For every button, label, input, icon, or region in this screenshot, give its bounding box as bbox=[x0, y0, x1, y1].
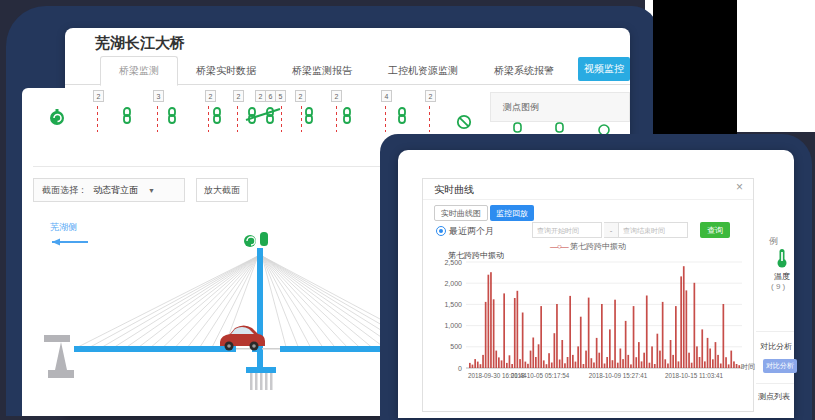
main-tabs: 桥梁监测桥梁实时数据桥梁监测报告工控机资源监测桥梁系统报警 bbox=[100, 57, 572, 85]
legend-panel-title: 测点图例 bbox=[491, 93, 629, 114]
section-select-value: 动态背立面 bbox=[93, 184, 138, 197]
query-start-time-input[interactable] bbox=[532, 222, 602, 238]
dialog-header-divider bbox=[423, 199, 753, 200]
svg-text:1,500: 1,500 bbox=[444, 301, 462, 308]
date-range-separator: - bbox=[604, 222, 618, 238]
svg-text:2018-10-05 05:17:54: 2018-10-05 05:17:54 bbox=[511, 372, 570, 379]
main-tab[interactable]: 桥梁系统报警 bbox=[476, 57, 572, 85]
tower-camera-icon[interactable] bbox=[244, 232, 268, 247]
sensor-count-badge: 5 bbox=[275, 90, 286, 102]
close-icon[interactable]: × bbox=[736, 180, 743, 194]
red-dash-line bbox=[157, 106, 158, 132]
chart-x-ticks: 2018-09-30 16:01:442018-10-05 05:17:5420… bbox=[468, 372, 723, 379]
chain-sensor-icon[interactable] bbox=[303, 107, 315, 129]
temperature-label: 温度 bbox=[774, 271, 790, 282]
red-dash-line bbox=[237, 106, 238, 132]
gauge-sensor-icon[interactable] bbox=[48, 108, 66, 130]
side-arrow-icon bbox=[52, 239, 88, 246]
svg-text:500: 500 bbox=[450, 343, 462, 350]
enlarge-section-button[interactable]: 放大截面 bbox=[196, 178, 248, 202]
red-dash-line bbox=[97, 106, 98, 132]
pier-piles bbox=[250, 373, 273, 390]
svg-text:0: 0 bbox=[458, 365, 462, 372]
query-button[interactable]: 查询 bbox=[700, 222, 730, 238]
black-backdrop bbox=[653, 0, 737, 140]
bridge-abutment bbox=[44, 335, 74, 378]
pier-cap bbox=[246, 367, 276, 373]
main-tab[interactable]: 桥梁监测报告 bbox=[274, 57, 370, 85]
vibration-chart[interactable]: 2,5002,0001,5001,00050002018-09-30 16:01… bbox=[432, 248, 750, 386]
clipped-legend-header: 例 bbox=[769, 235, 778, 248]
red-dash-line bbox=[385, 106, 386, 132]
chart-x-axis-label: 时间 bbox=[741, 362, 755, 372]
disabled-sensor-icon[interactable] bbox=[456, 114, 472, 134]
main-tab[interactable]: 工控机资源监测 bbox=[370, 57, 476, 85]
sensor-count-badge: 3 bbox=[153, 90, 164, 102]
sliver-divider bbox=[756, 331, 794, 332]
bridge-illustration bbox=[22, 210, 390, 416]
main-tab[interactable]: 桥梁监测 bbox=[100, 56, 178, 86]
svg-text:2018-10-15 11:03:41: 2018-10-15 11:03:41 bbox=[665, 372, 724, 379]
screenshot-stage: 芜湖长江大桥 桥梁监测桥梁实时数据桥梁监测报告工控机资源监测桥梁系统报警 视频监… bbox=[0, 0, 815, 420]
query-end-time-input[interactable] bbox=[618, 222, 688, 238]
bar-series bbox=[469, 266, 740, 368]
chain-sensor-icon[interactable] bbox=[341, 107, 353, 129]
sensor-count-badge: 2 bbox=[233, 90, 244, 102]
red-dash-line bbox=[208, 106, 209, 132]
sensor-count-badge: 2 bbox=[331, 90, 342, 102]
page-title: 芜湖长江大桥 bbox=[95, 34, 185, 53]
section-select-label: 截面选择： bbox=[34, 184, 87, 197]
section-select-dropdown[interactable]: 截面选择： 动态背立面 ▼ bbox=[33, 178, 185, 202]
sensor-count-badge: 2 bbox=[295, 90, 306, 102]
svg-text:2,000: 2,000 bbox=[444, 280, 462, 287]
compare-analysis-header: 对比分析 bbox=[760, 341, 792, 352]
crossed-out-slash-icon bbox=[244, 104, 284, 130]
chevron-down-icon: ▼ bbox=[148, 187, 155, 194]
legend-panel-header: 测点图例 bbox=[490, 92, 630, 122]
main-tab[interactable]: 桥梁实时数据 bbox=[178, 57, 274, 85]
chain-sensor-icon[interactable] bbox=[121, 107, 133, 129]
sliver-divider bbox=[756, 383, 794, 384]
svg-text:2018-10-09 15:27:41: 2018-10-09 15:27:41 bbox=[589, 372, 648, 379]
sensor-count-badge: 2 bbox=[205, 90, 216, 102]
thermometer-icon[interactable] bbox=[776, 248, 788, 268]
temperature-count: ( 9 ) bbox=[771, 282, 785, 291]
svg-text:2,500: 2,500 bbox=[444, 259, 462, 266]
bridge-deck-left bbox=[74, 346, 236, 352]
sensor-count-badge: 4 bbox=[381, 90, 392, 102]
bridge-deck-right bbox=[280, 346, 390, 352]
chain-sensor-icon[interactable] bbox=[166, 107, 178, 129]
section-divider bbox=[33, 166, 388, 167]
dialog-title: 实时曲线 bbox=[434, 183, 474, 197]
chain-sensor-icon[interactable] bbox=[396, 107, 408, 129]
last-two-months-label: 最近两个月 bbox=[449, 225, 494, 238]
tab-realtime-curve[interactable]: 实时曲线图 bbox=[434, 205, 488, 221]
chain-sensor-icon[interactable] bbox=[211, 107, 223, 129]
red-dash-line bbox=[301, 106, 302, 132]
compare-analysis-button[interactable]: 对比分析 bbox=[763, 359, 797, 373]
last-two-months-radio[interactable] bbox=[436, 226, 446, 236]
red-dash-line bbox=[336, 106, 337, 132]
point-list-header: 测点列表 bbox=[758, 391, 790, 402]
red-dash-line bbox=[429, 106, 430, 132]
svg-text:1,000: 1,000 bbox=[444, 322, 462, 329]
sensor-count-badge: 2 bbox=[93, 90, 104, 102]
video-monitor-button[interactable]: 视频监控 bbox=[578, 57, 630, 81]
sensor-count-badge: 2 bbox=[425, 90, 436, 102]
tab-monitor-playback[interactable]: 监控回放 bbox=[490, 205, 534, 221]
